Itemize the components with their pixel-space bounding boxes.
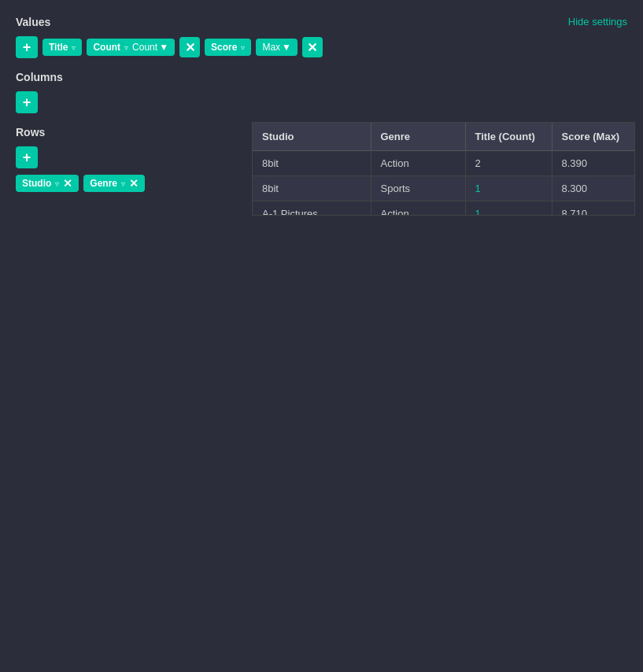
cell-studio: 8bit <box>253 151 371 176</box>
data-table-area: Studio Genre Title (Count) Score (Max) 8… <box>252 122 635 216</box>
count-chip[interactable]: Count ▿ Count ▼ <box>87 39 175 56</box>
count-dropdown-button[interactable]: Count ▼ <box>132 42 168 53</box>
col-header-genre: Genre <box>371 123 465 151</box>
cell-count: 1 <box>465 176 552 201</box>
table-row: 8bitAction28.390 <box>253 151 634 176</box>
score-chip-label: Score <box>211 42 237 53</box>
max-dropdown-button[interactable]: Max ▼ <box>262 42 291 53</box>
cell-studio: A-1 Pictures <box>253 201 371 216</box>
count-dropdown-value: Count <box>132 42 157 53</box>
genre-filter-icon: ▿ <box>121 179 125 188</box>
columns-add-button[interactable]: + <box>16 91 38 113</box>
columns-chips-row: + <box>16 91 627 113</box>
title-chip-label: Title <box>49 42 68 53</box>
data-table: Studio Genre Title (Count) Score (Max) 8… <box>253 123 634 215</box>
studio-chip-label: Studio <box>22 178 51 189</box>
cell-genre: Action <box>371 151 465 176</box>
cell-studio: 8bit <box>253 176 371 201</box>
genre-remove-button[interactable]: ✕ <box>129 178 139 189</box>
score-filter-icon: ▿ <box>241 43 245 52</box>
col-header-score: Score (Max) <box>552 123 634 151</box>
genre-chip-label: Genre <box>90 178 117 189</box>
col-header-studio: Studio <box>253 123 371 151</box>
studio-row-chip[interactable]: Studio ▿ ✕ <box>16 175 79 192</box>
columns-section: Columns + <box>16 71 627 113</box>
cell-score: 8.390 <box>552 151 634 176</box>
max-dropdown-value: Max <box>262 42 280 53</box>
cell-count: 2 <box>465 151 552 176</box>
count-remove-button[interactable]: ✕ <box>179 37 200 57</box>
max-remove-button[interactable]: ✕ <box>302 37 323 57</box>
table-row: 8bitSports18.300 <box>253 176 634 201</box>
values-add-button[interactable]: + <box>16 36 38 58</box>
studio-filter-icon: ▿ <box>55 179 59 188</box>
studio-remove-button[interactable]: ✕ <box>63 178 72 189</box>
title-chip[interactable]: Title ▿ <box>42 39 82 56</box>
table-wrapper[interactable]: Studio Genre Title (Count) Score (Max) 8… <box>253 123 634 215</box>
max-chip[interactable]: Max ▼ <box>256 39 297 56</box>
max-dropdown-arrow: ▼ <box>282 42 291 53</box>
cell-score: 8.710 <box>552 201 634 216</box>
count-chip-label: Count <box>93 42 120 53</box>
cell-count: 1 <box>465 201 552 216</box>
score-chip[interactable]: Score ▿ <box>205 39 251 56</box>
cell-genre: Action <box>371 201 465 216</box>
table-body: 8bitAction28.3908bitSports18.300A-1 Pict… <box>253 151 634 216</box>
rows-add-button[interactable]: + <box>16 146 38 168</box>
table-row: A-1 PicturesAction18.710 <box>253 201 634 216</box>
col-header-count: Title (Count) <box>465 123 552 151</box>
columns-label: Columns <box>16 71 627 83</box>
values-section: Values + Title ▿ Count ▿ Count ▼ ✕ Score <box>16 16 627 58</box>
cell-score: 8.300 <box>552 176 634 201</box>
page-container: Hide settings Values + Title ▿ Count ▿ C… <box>0 0 643 223</box>
count-filter-icon: ▿ <box>124 43 128 52</box>
values-label: Values <box>16 16 627 28</box>
count-dropdown-arrow: ▼ <box>159 42 168 53</box>
genre-row-chip[interactable]: Genre ▿ ✕ <box>83 175 145 192</box>
values-chips-row: + Title ▿ Count ▿ Count ▼ ✕ Score ▿ <box>16 36 627 58</box>
title-filter-icon: ▿ <box>72 43 76 52</box>
cell-genre: Sports <box>371 176 465 201</box>
table-header-row: Studio Genre Title (Count) Score (Max) <box>253 123 634 151</box>
hide-settings-button[interactable]: Hide settings <box>568 16 627 28</box>
